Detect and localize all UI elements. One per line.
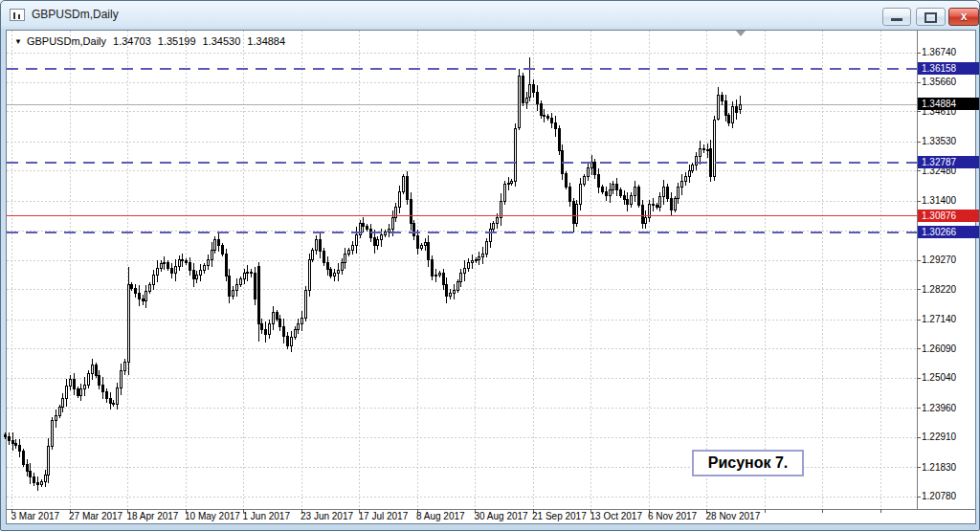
terminal-window: GBPUSDm,Daily x ▼GBPUSDm,Daily1.347031.3… (0, 0, 980, 531)
candles (4, 57, 742, 491)
chart-symbol-header[interactable]: ▼GBPUSDm,Daily1.347031.351991.345301.348… (14, 35, 285, 47)
chart-shift-marker-icon[interactable] (736, 31, 746, 36)
grid-lines (7, 31, 917, 509)
header-open-value: 1.34703 (113, 35, 151, 47)
header-symbol-label: GBPUSDm,Daily (27, 35, 106, 47)
header-close-value: 1.34884 (247, 35, 285, 47)
axis-borders (6, 31, 975, 513)
collapse-triangle-icon[interactable]: ▼ (14, 37, 22, 46)
horizontal-line-objects[interactable] (7, 69, 917, 232)
header-high-value: 1.35199 (158, 35, 196, 47)
header-low-value: 1.34530 (203, 35, 241, 47)
figure-annotation[interactable]: Рисунок 7. (692, 450, 804, 476)
candlestick-chart[interactable] (1, 1, 980, 531)
